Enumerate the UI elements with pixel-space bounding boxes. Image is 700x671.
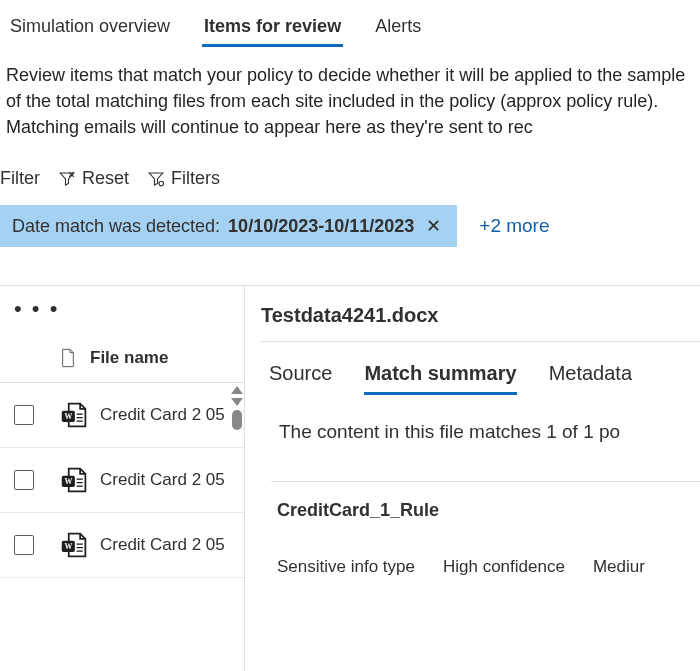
tab-match-summary[interactable]: Match summary <box>364 362 516 395</box>
funnel-reset-icon <box>58 170 76 188</box>
tab-alerts[interactable]: Alerts <box>373 10 423 47</box>
file-icon <box>60 348 76 368</box>
more-filters-link[interactable]: +2 more <box>479 215 549 237</box>
file-name-cell: Credit Card 2 05 <box>100 535 225 555</box>
top-tabs: Simulation overview Items for review Ale… <box>0 0 700 48</box>
col-high-confidence: High confidence <box>443 557 565 577</box>
tab-simulation-overview[interactable]: Simulation overview <box>8 10 172 47</box>
date-filter-label: Date match was detected: <box>12 216 220 237</box>
file-name-header-label: File name <box>90 348 168 368</box>
filter-toolbar: Filter Reset Filters <box>0 140 700 205</box>
document-title: Testdata4241.docx <box>261 304 700 342</box>
svg-text:W: W <box>64 413 72 422</box>
page-description: Review items that match your policy to d… <box>0 48 700 140</box>
sensitive-info-header-row: Sensitive info type High confidence Medi… <box>271 521 700 577</box>
word-doc-icon: W <box>60 531 88 559</box>
tab-items-for-review[interactable]: Items for review <box>202 10 343 47</box>
scroll-thumb <box>232 410 242 430</box>
table-row[interactable]: W Credit Card 2 05 <box>0 448 244 513</box>
more-actions-button[interactable]: • • • <box>0 286 244 326</box>
svg-point-2 <box>159 181 164 186</box>
filter-label: Filter <box>0 168 40 189</box>
funnel-settings-icon <box>147 170 165 188</box>
rule-name: CreditCard_1_Rule <box>271 500 700 521</box>
rule-section: CreditCard_1_Rule Sensitive info type Hi… <box>271 481 700 577</box>
file-name-column-header[interactable]: File name <box>0 326 244 383</box>
table-row[interactable]: W Credit Card 2 05 <box>0 383 244 448</box>
filters-button[interactable]: Filters <box>147 168 220 189</box>
row-checkbox[interactable] <box>14 470 34 490</box>
row-checkbox[interactable] <box>14 535 34 555</box>
row-checkbox[interactable] <box>14 405 34 425</box>
filters-label: Filters <box>171 168 220 189</box>
word-doc-icon: W <box>60 466 88 494</box>
detail-pane: Testdata4241.docx Source Match summary M… <box>245 286 700 671</box>
date-filter-value: 10/10/2023-10/11/2023 <box>228 216 414 237</box>
svg-text:W: W <box>64 478 72 487</box>
reset-label: Reset <box>82 168 129 189</box>
file-name-cell: Credit Card 2 05 <box>100 470 225 490</box>
reset-button[interactable]: Reset <box>58 168 129 189</box>
content-split: • • • File name W Credit Card 2 05 W Cre… <box>0 285 700 671</box>
match-summary-text: The content in this file matches 1 of 1 … <box>261 395 700 443</box>
tab-metadata[interactable]: Metadata <box>549 362 632 395</box>
file-name-cell: Credit Card 2 05 <box>100 405 225 425</box>
table-row[interactable]: W Credit Card 2 05 <box>0 513 244 578</box>
scroll-down-icon <box>231 398 243 406</box>
file-list-pane: • • • File name W Credit Card 2 05 W Cre… <box>0 286 245 671</box>
scroll-up-icon <box>231 386 243 394</box>
filter-button[interactable]: Filter <box>0 168 40 189</box>
col-sensitive-info-type: Sensitive info type <box>277 557 415 577</box>
tab-source[interactable]: Source <box>269 362 332 395</box>
col-medium-confidence: Mediur <box>593 557 645 577</box>
svg-text:W: W <box>64 543 72 552</box>
word-doc-icon: W <box>60 401 88 429</box>
active-filters-row: Date match was detected: 10/10/2023-10/1… <box>0 205 700 247</box>
scrollbar[interactable] <box>230 386 244 454</box>
close-icon[interactable]: ✕ <box>422 215 445 237</box>
detail-tabs: Source Match summary Metadata <box>261 342 700 395</box>
date-filter-pill[interactable]: Date match was detected: 10/10/2023-10/1… <box>0 205 457 247</box>
